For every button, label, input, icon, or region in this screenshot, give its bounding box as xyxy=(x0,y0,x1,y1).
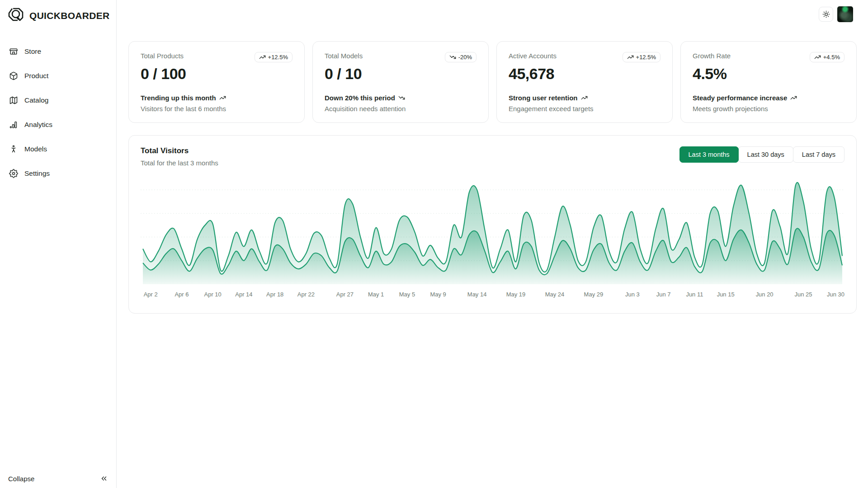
quickboarder-logo-icon xyxy=(6,6,25,25)
sidebar-item-catalog[interactable]: Catalog xyxy=(5,91,112,109)
stat-card-total-models: Total Models -20% 0 / 10 Down 20% this p… xyxy=(312,41,489,123)
total-visitors-card: Total Visitors Total for the last 3 mont… xyxy=(128,135,857,314)
stat-title: Growth Rate xyxy=(693,52,731,60)
visitors-area-chart[interactable]: Apr 2Apr 6Apr 10Apr 14Apr 18Apr 22Apr 27… xyxy=(141,178,844,301)
svg-text:Apr 27: Apr 27 xyxy=(336,291,354,298)
sidebar-item-settings[interactable]: Settings xyxy=(5,164,112,183)
trending-up-icon xyxy=(259,54,266,61)
sidebar: QUICKBOARDER Store Product xyxy=(0,0,117,488)
gear-icon xyxy=(9,169,18,178)
user-avatar[interactable] xyxy=(837,6,853,22)
stat-card-active-accounts: Active Accounts +12.5% 45,678 Strong use… xyxy=(496,41,673,123)
topbar xyxy=(128,0,857,41)
svg-text:Apr 2: Apr 2 xyxy=(144,291,158,298)
trending-up-icon xyxy=(219,94,226,101)
svg-text:Jun 20: Jun 20 xyxy=(756,291,774,298)
trend-badge: +12.5% xyxy=(255,52,292,62)
trending-up-icon xyxy=(790,94,797,101)
badge-value: +12.5% xyxy=(636,54,656,61)
stat-cards-row: Total Products +12.5% 0 / 100 Trending u… xyxy=(128,41,857,123)
person-icon xyxy=(9,145,18,154)
svg-text:Jun 15: Jun 15 xyxy=(717,291,735,298)
map-icon xyxy=(9,96,18,105)
svg-text:Apr 18: Apr 18 xyxy=(266,291,283,298)
svg-text:May 29: May 29 xyxy=(584,291,604,298)
trend-badge: +4.5% xyxy=(810,52,844,62)
stat-footnote: Steady performance increase xyxy=(693,94,787,102)
stat-footnote: Trending up this month xyxy=(141,94,216,102)
sidebar-item-label: Models xyxy=(24,145,47,153)
sidebar-nav: Store Product Catalog xyxy=(0,42,116,183)
sidebar-item-store[interactable]: Store xyxy=(5,42,112,61)
main-content: Total Products +12.5% 0 / 100 Trending u… xyxy=(117,0,868,314)
stat-title: Total Models xyxy=(325,52,363,60)
svg-text:May 19: May 19 xyxy=(506,291,526,298)
sidebar-item-models[interactable]: Models xyxy=(5,140,112,158)
sidebar-item-label: Store xyxy=(24,47,41,56)
svg-text:Jun 11: Jun 11 xyxy=(686,291,703,298)
trending-down-icon xyxy=(449,54,456,61)
svg-text:Jun 25: Jun 25 xyxy=(795,291,812,298)
stat-subnote: Visitors for the last 6 months xyxy=(141,105,226,113)
svg-text:Apr 22: Apr 22 xyxy=(297,291,315,298)
sun-icon xyxy=(822,10,830,18)
sidebar-item-label: Analytics xyxy=(24,121,52,129)
stat-card-growth-rate: Growth Rate +4.5% 4.5% Steady performanc… xyxy=(680,41,857,123)
stat-footnote: Strong user retention xyxy=(509,94,578,102)
chart-title: Total Visitors xyxy=(141,146,218,155)
svg-text:Apr 10: Apr 10 xyxy=(204,291,222,298)
svg-text:May 5: May 5 xyxy=(399,291,415,298)
sidebar-item-label: Product xyxy=(24,72,48,80)
svg-text:Jun 3: Jun 3 xyxy=(625,291,640,298)
collapse-button[interactable]: Collapse xyxy=(8,475,34,483)
trending-up-icon xyxy=(627,54,634,61)
badge-value: +12.5% xyxy=(268,54,288,61)
trending-up-icon xyxy=(581,94,588,101)
theme-toggle-button[interactable] xyxy=(819,7,833,22)
trending-up-icon xyxy=(814,54,821,61)
badge-value: +4.5% xyxy=(823,54,840,61)
badge-value: -20% xyxy=(458,54,472,61)
storefront-icon xyxy=(9,47,18,56)
sidebar-item-label: Settings xyxy=(24,169,50,178)
range-last-7-days-button[interactable]: Last 7 days xyxy=(793,146,844,163)
range-last-3-months-button[interactable]: Last 3 months xyxy=(679,146,739,163)
trending-down-icon xyxy=(398,94,405,101)
stat-value: 45,678 xyxy=(509,65,660,83)
time-range-group: Last 3 months Last 30 days Last 7 days xyxy=(680,146,844,163)
stat-subnote: Engagement exceed targets xyxy=(509,105,594,113)
stat-value: 4.5% xyxy=(693,65,844,83)
stat-subnote: Meets growth projections xyxy=(693,105,797,113)
stat-title: Total Products xyxy=(141,52,184,60)
sidebar-item-analytics[interactable]: Analytics xyxy=(5,116,112,134)
area-chart-canvas: Apr 2Apr 6Apr 10Apr 14Apr 18Apr 22Apr 27… xyxy=(141,178,844,301)
svg-text:May 24: May 24 xyxy=(545,291,565,298)
stat-card-total-products: Total Products +12.5% 0 / 100 Trending u… xyxy=(128,41,305,123)
package-icon xyxy=(9,71,18,80)
brand-title: QUICKBOARDER xyxy=(29,10,109,21)
stat-title: Active Accounts xyxy=(509,52,557,60)
svg-text:May 1: May 1 xyxy=(368,291,384,298)
chevrons-left-icon[interactable] xyxy=(100,474,108,483)
svg-text:May 14: May 14 xyxy=(467,291,487,298)
sidebar-footer: Collapse xyxy=(0,474,116,483)
stat-subnote: Acquisition needs attention xyxy=(325,105,406,113)
svg-text:May 9: May 9 xyxy=(430,291,446,298)
chart-subtitle: Total for the last 3 months xyxy=(141,159,218,167)
svg-text:Jun 7: Jun 7 xyxy=(656,291,671,298)
stat-value: 0 / 100 xyxy=(141,65,292,83)
stat-footnote: Down 20% this period xyxy=(325,94,395,102)
sidebar-item-label: Catalog xyxy=(24,96,48,104)
svg-text:Apr 6: Apr 6 xyxy=(175,291,189,298)
bar-chart-icon xyxy=(9,120,18,129)
trend-badge: -20% xyxy=(445,52,476,62)
svg-text:Apr 14: Apr 14 xyxy=(235,291,252,298)
brand: QUICKBOARDER xyxy=(0,0,116,25)
sidebar-item-product[interactable]: Product xyxy=(5,67,112,85)
range-last-30-days-button[interactable]: Last 30 days xyxy=(738,146,793,163)
svg-text:Jun 30: Jun 30 xyxy=(827,291,844,298)
trend-badge: +12.5% xyxy=(623,52,660,62)
stat-value: 0 / 10 xyxy=(325,65,476,83)
